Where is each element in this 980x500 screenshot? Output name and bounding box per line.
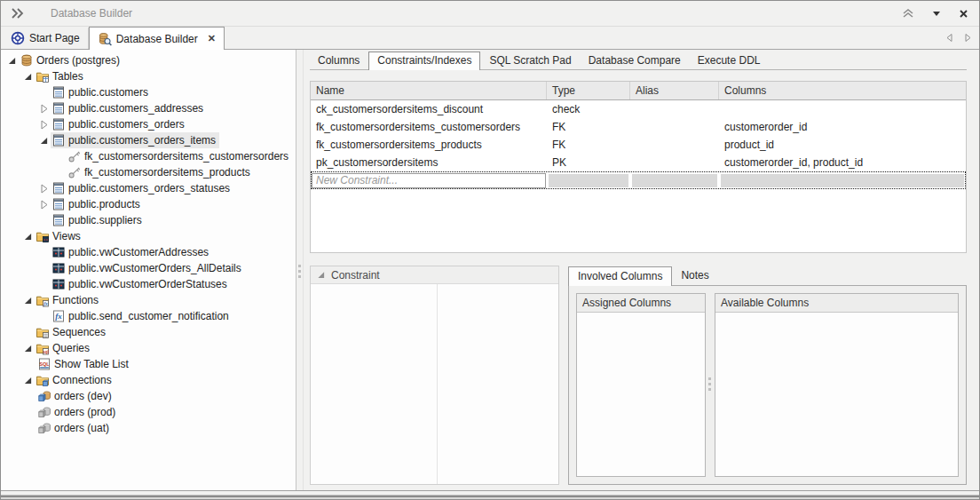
detail-tab-sql-scratch-pad[interactable]: SQL Scratch Pad xyxy=(481,52,579,69)
collapse-icon[interactable] xyxy=(4,57,19,65)
tab-database-builder[interactable]: Database Builder ✕ xyxy=(89,27,225,50)
tree-item-label: public.vwCustomerOrders_AllDetails xyxy=(68,262,241,274)
view-icon xyxy=(51,261,66,275)
available-columns-header: Available Columns xyxy=(715,294,958,313)
tree-item-functions[interactable]: fxFunctions xyxy=(1,292,296,308)
constraint-properties-grid[interactable] xyxy=(311,284,558,484)
column-header-type[interactable]: Type xyxy=(547,82,630,99)
nav-right-icon[interactable] xyxy=(964,33,972,43)
expand-icon[interactable] xyxy=(36,120,51,130)
cell-type: PK xyxy=(547,156,630,169)
tab-close-icon[interactable]: ✕ xyxy=(208,33,216,44)
tree-item-label: fk_customersordersitems_customersorders xyxy=(84,150,288,163)
close-icon[interactable] xyxy=(959,9,968,19)
table-row-fk-customersordersitems-customersorders[interactable]: fk_customersordersitems_customersordersF… xyxy=(311,118,966,136)
tree-item-connections[interactable]: Connections xyxy=(1,372,296,388)
tree-item-fk-customersordersitems-customersorders[interactable]: fk_customersordersitems_customersorders xyxy=(1,148,296,164)
tree-item-content: orders (prod) xyxy=(36,404,119,420)
cell-name: fk_customersordersitems_products xyxy=(311,139,547,151)
tree-item-label: public.customers_addresses xyxy=(68,102,203,115)
cell-name: ck_customersordersitems_discount xyxy=(311,103,547,115)
tree-item-content: public.vwCustomerOrders_AllDetails xyxy=(51,260,245,276)
tree-item-orders-dev[interactable]: orders (dev) xyxy=(1,388,296,404)
tree-item-public-vwcustomerorders-alldetails[interactable]: public.vwCustomerOrders_AllDetails xyxy=(1,260,296,276)
collapse-icon[interactable] xyxy=(20,345,35,353)
tree-item-label: Functions xyxy=(52,294,99,306)
collapse-section-icon xyxy=(317,271,325,279)
tree-item-public-suppliers[interactable]: public.suppliers xyxy=(1,212,296,228)
column-header-columns[interactable]: Columns xyxy=(719,82,966,99)
window-title: Database Builder xyxy=(51,7,132,20)
expand-icon[interactable] xyxy=(36,184,51,194)
collapse-icon[interactable] xyxy=(20,377,35,385)
column-header-alias[interactable]: Alias xyxy=(630,82,719,99)
tree-item-views[interactable]: Views xyxy=(1,228,296,244)
cell-columns: product_id xyxy=(719,139,966,151)
column-header-name[interactable]: Name xyxy=(311,82,547,99)
expand-icon[interactable] xyxy=(36,200,51,210)
splitter-grip xyxy=(708,377,711,380)
tree-item-public-customers[interactable]: public.customers xyxy=(1,84,296,100)
new-constraint-input[interactable] xyxy=(312,173,546,188)
involved-columns-panel: Involved ColumnsNotes Assigned Columns A… xyxy=(568,266,967,485)
tree-item-orders-prod[interactable]: orders (prod) xyxy=(1,404,296,420)
tree-item-public-customers-orders-items[interactable]: public.customers_orders_items xyxy=(1,132,296,148)
database-search-icon xyxy=(98,32,112,46)
tree-item-label: orders (prod) xyxy=(54,406,115,418)
tree-splitter[interactable] xyxy=(296,50,304,490)
tree-item-content: public.vwCustomerAddresses xyxy=(51,244,212,260)
double-chevron-right-icon[interactable] xyxy=(10,7,26,20)
connection-inactive-icon xyxy=(37,421,51,435)
detail-panel: ColumnsConstraints/IndexesSQL Scratch Pa… xyxy=(304,50,979,490)
tree-item-public-customers-addresses[interactable]: public.customers_addresses xyxy=(1,100,296,116)
collapse-icon[interactable] xyxy=(20,233,35,241)
table-row-fk-customersordersitems-products[interactable]: fk_customersordersitems_productsFKproduc… xyxy=(311,136,966,154)
detail-tab-constraints-indexes[interactable]: Constraints/Indexes xyxy=(368,52,480,70)
tree-item-label: Show Table List xyxy=(54,358,129,370)
tree-item-orders-postgres[interactable]: Orders (postgres) xyxy=(1,52,296,68)
collapse-icon[interactable] xyxy=(36,137,51,145)
detail-tab-database-compare[interactable]: Database Compare xyxy=(581,52,689,69)
dropdown-arrow-icon[interactable] xyxy=(932,10,941,17)
tree-item-orders-uat[interactable]: orders (uat) xyxy=(1,420,296,436)
tree-item-content: fxpublic.send_customer_notification xyxy=(51,308,233,324)
assigned-columns-list[interactable] xyxy=(577,313,705,476)
tree-item-public-customers-orders-statuses[interactable]: public.customers_orders_statuses xyxy=(1,180,296,196)
ea-logo-icon xyxy=(11,31,25,45)
constraint-panel-header[interactable]: Constraint xyxy=(311,266,558,284)
nav-left-icon[interactable] xyxy=(945,33,953,43)
detail-tab-columns[interactable]: Columns xyxy=(310,52,368,69)
folder-queries-icon: sql xyxy=(36,341,50,355)
tab-notes[interactable]: Notes xyxy=(672,266,717,285)
tree-item-public-products[interactable]: public.products xyxy=(1,196,296,212)
connection-inactive-icon xyxy=(37,405,51,419)
tree-item-content: Views xyxy=(35,228,84,244)
table-row-pk-customersordersitems[interactable]: pk_customersordersitemsPKcustomerorder_i… xyxy=(311,154,966,171)
tree-item-tables[interactable]: Tables xyxy=(1,68,296,84)
sql-file-icon: SQL xyxy=(37,357,51,371)
tree-item-public-vwcustomeraddresses[interactable]: public.vwCustomerAddresses xyxy=(1,244,296,260)
tree-item-queries[interactable]: sqlQueries xyxy=(1,340,296,356)
collapse-icon[interactable] xyxy=(20,73,35,81)
tree-item-content: public.vwCustomerOrderStatuses xyxy=(51,276,231,292)
bottom-panels: Constraint Involved ColumnsNotes Assigne… xyxy=(310,266,967,485)
detail-tab-execute-ddl[interactable]: Execute DDL xyxy=(690,52,769,69)
collapse-icon[interactable] xyxy=(20,297,35,305)
tree-item-public-vwcustomerorderstatuses[interactable]: public.vwCustomerOrderStatuses xyxy=(1,276,296,292)
tree-item-label: public.vwCustomerAddresses xyxy=(68,246,209,258)
tab-start-page[interactable]: Start Page xyxy=(3,28,89,49)
tree-item-fk-customersordersitems-products[interactable]: fk_customersordersitems_products xyxy=(1,164,296,180)
available-columns-list[interactable] xyxy=(715,313,958,476)
table-row-ck-customersordersitems-discount[interactable]: ck_customersordersitems_discountcheck xyxy=(311,100,966,118)
tree-item-public-send-customer-notification[interactable]: fxpublic.send_customer_notification xyxy=(1,308,296,324)
double-chevron-up-icon[interactable] xyxy=(902,7,914,20)
key-icon xyxy=(67,165,82,179)
tab-involved-columns[interactable]: Involved Columns xyxy=(568,266,672,286)
tree-item-public-customers-orders[interactable]: public.customers_orders xyxy=(1,116,296,132)
columns-splitter[interactable] xyxy=(706,293,715,477)
expand-icon[interactable] xyxy=(36,104,51,114)
tree-item-show-table-list[interactable]: SQLShow Table List xyxy=(1,356,296,372)
table-icon xyxy=(51,181,66,195)
tree-item-sequences[interactable]: Sequences xyxy=(1,324,296,340)
tree-item-content: fxFunctions xyxy=(35,292,102,308)
